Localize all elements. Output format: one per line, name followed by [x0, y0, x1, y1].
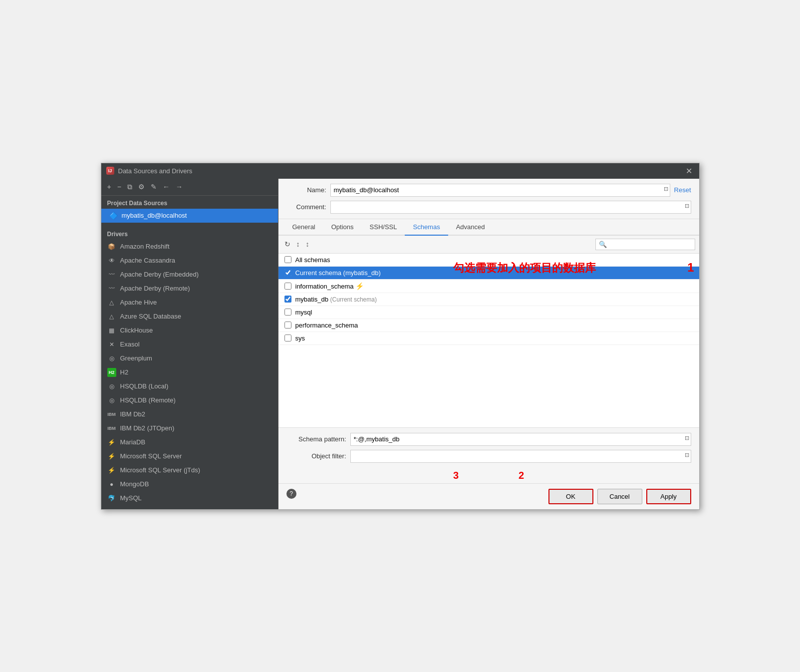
driver-mssql[interactable]: ⚡ Microsoft SQL Server — [101, 449, 278, 463]
object-filter-expand-icon[interactable]: ⊡ — [685, 452, 689, 458]
remove-button[interactable]: − — [115, 182, 123, 192]
schema-mysql[interactable]: mysql — [278, 306, 699, 319]
information-schema-checkbox[interactable] — [284, 283, 291, 290]
exasol-label: Exasol — [120, 340, 140, 348]
mybatis-db-sub: (Current schema) — [330, 296, 377, 303]
driver-mariadb[interactable]: ⚡ MariaDB — [101, 435, 278, 449]
mysql-checkbox[interactable] — [284, 309, 291, 316]
apply-button[interactable]: Apply — [646, 489, 691, 504]
schema-sys[interactable]: sys — [278, 332, 699, 345]
mybatis-db-icon: 🔷 — [109, 212, 118, 220]
schema-performance-schema[interactable]: performance_schema — [278, 319, 699, 332]
tab-options[interactable]: Options — [323, 219, 362, 236]
driver-mongodb[interactable]: ● MongoDB — [101, 477, 278, 491]
schema-pattern-expand-icon[interactable]: ⊡ — [685, 435, 689, 441]
collapse-all-button[interactable]: ↕ — [304, 239, 311, 249]
hsqldb-remote-label: HSQLDB (Remote) — [120, 396, 176, 404]
left-toolbar: + − ⧉ ⚙ ✎ ← → — [101, 179, 278, 196]
reset-button[interactable]: Reset — [674, 186, 691, 194]
current-schema-label: Current schema (mybatis_db) — [295, 269, 693, 277]
comment-expand-icon[interactable]: ⊡ — [685, 203, 689, 209]
schemas-container: ↻ ↕ ↕ 勾选需要加入的项目的数据库 1 All schemas — [278, 236, 699, 427]
schema-mybatis-db[interactable]: mybatis_db (Current schema) — [278, 293, 699, 306]
right-header: Name: ⊡ Reset Comment: ⊡ — [278, 179, 699, 219]
object-filter-label: Object filter: — [286, 452, 346, 460]
driver-clickhouse[interactable]: ▦ ClickHouse — [101, 324, 278, 337]
all-schemas-label: All schemas — [295, 256, 693, 264]
mssql-jtds-label: Microsoft SQL Server (jTds) — [120, 466, 201, 474]
clickhouse-icon: ▦ — [107, 326, 116, 335]
expand-all-button[interactable]: ↕ — [294, 239, 302, 249]
driver-greenplum[interactable]: ◎ Greenplum — [101, 351, 278, 365]
information-schema-label: information_schema ⚡ — [295, 282, 693, 290]
bottom-panel: Schema pattern: ⊡ Object filter: ⊡ — [278, 427, 699, 468]
h2-icon: H2 — [107, 368, 116, 377]
all-schemas-checkbox[interactable] — [284, 256, 291, 263]
ibm-db2-icon: IBM — [107, 410, 116, 419]
current-schema-checkbox[interactable] — [284, 269, 291, 276]
schema-current-schema[interactable]: Current schema (mybatis_db) — [278, 267, 699, 280]
clickhouse-label: ClickHouse — [120, 327, 153, 334]
edit-button[interactable]: ✎ — [149, 182, 159, 192]
driver-mssql-jtds[interactable]: ⚡ Microsoft SQL Server (jTds) — [101, 463, 278, 477]
driver-hsqldb-remote[interactable]: ◎ HSQLDB (Remote) — [101, 393, 278, 407]
ibm-db2-label: IBM Db2 — [120, 410, 146, 418]
add-button[interactable]: + — [105, 182, 113, 192]
apache-cassandra-label: Apache Cassandra — [120, 257, 176, 264]
name-expand-icon[interactable]: ⊡ — [664, 186, 668, 192]
driver-apache-cassandra[interactable]: 👁 Apache Cassandra — [101, 254, 278, 268]
schema-pattern-input[interactable] — [350, 433, 691, 446]
amazon-redshift-label: Amazon Redshift — [120, 243, 170, 250]
performance-schema-checkbox[interactable] — [284, 322, 291, 329]
apache-hive-label: Apache Hive — [120, 299, 157, 306]
refresh-button[interactable]: ↻ — [282, 239, 292, 249]
name-label: Name: — [286, 186, 326, 194]
driver-exasol[interactable]: ✕ Exasol — [101, 337, 278, 351]
close-button[interactable]: ✕ — [684, 166, 694, 176]
copy-button[interactable]: ⧉ — [125, 182, 134, 192]
mybatis-db-item[interactable]: 🔷 mybatis_db@localhost — [101, 209, 278, 223]
driver-apache-hive[interactable]: △ Apache Hive — [101, 296, 278, 310]
schemas-search-input[interactable] — [595, 239, 695, 250]
tab-general[interactable]: General — [284, 219, 323, 236]
comment-input[interactable] — [330, 201, 691, 214]
tab-ssh-ssl[interactable]: SSH/SSL — [362, 219, 405, 236]
greenplum-icon: ◎ — [107, 354, 116, 363]
mariadb-icon: ⚡ — [107, 438, 116, 447]
mongodb-label: MongoDB — [120, 480, 149, 488]
schema-information-schema[interactable]: information_schema ⚡ — [278, 280, 699, 293]
schemas-toolbar: ↻ ↕ ↕ — [278, 236, 699, 254]
project-data-sources-label: Project Data Sources — [101, 196, 278, 209]
forward-button[interactable]: → — [174, 182, 185, 192]
comment-input-wrapper: ⊡ — [330, 201, 691, 214]
left-panel: + − ⧉ ⚙ ✎ ← → Project Data Sources 🔷 myb… — [101, 179, 278, 509]
azure-sql-icon: △ — [107, 312, 116, 321]
annotation-number-3: 3 — [453, 470, 459, 481]
sys-checkbox[interactable] — [284, 335, 291, 341]
object-filter-input[interactable] — [350, 450, 691, 463]
driver-apache-derby-embedded[interactable]: 〰 Apache Derby (Embedded) — [101, 268, 278, 282]
driver-ibm-db2-jtopen[interactable]: IBM IBM Db2 (JTOpen) — [101, 421, 278, 435]
driver-azure-sql[interactable]: △ Azure SQL Database — [101, 310, 278, 324]
driver-apache-derby-remote[interactable]: 〰 Apache Derby (Remote) — [101, 282, 278, 296]
tab-advanced[interactable]: Advanced — [448, 219, 493, 236]
driver-amazon-redshift[interactable]: 📦 Amazon Redshift — [101, 240, 278, 254]
schema-pattern-row: Schema pattern: ⊡ — [286, 433, 691, 446]
driver-mysql[interactable]: 🐬 MySQL — [101, 491, 278, 505]
name-input-wrapper: ⊡ — [330, 184, 670, 197]
tab-schemas[interactable]: Schemas — [405, 219, 448, 236]
mybatis-db-checkbox[interactable] — [284, 296, 291, 303]
schemas-list: All schemas Current schema (mybatis_db) … — [278, 254, 699, 427]
settings-button[interactable]: ⚙ — [136, 182, 147, 192]
schema-all-schemas[interactable]: All schemas — [278, 254, 699, 267]
ok-button[interactable]: OK — [548, 489, 593, 504]
driver-hsqldb-local[interactable]: ◎ HSQLDB (Local) — [101, 379, 278, 393]
driver-ibm-db2[interactable]: IBM IBM Db2 — [101, 407, 278, 421]
back-button[interactable]: ← — [161, 182, 172, 192]
help-button[interactable]: ? — [286, 489, 296, 499]
driver-h2[interactable]: H2 H2 — [101, 365, 278, 379]
apache-derby-remote-icon: 〰 — [107, 284, 116, 293]
mariadb-label: MariaDB — [120, 438, 146, 446]
cancel-button[interactable]: Cancel — [597, 489, 642, 504]
name-input[interactable] — [330, 184, 670, 197]
